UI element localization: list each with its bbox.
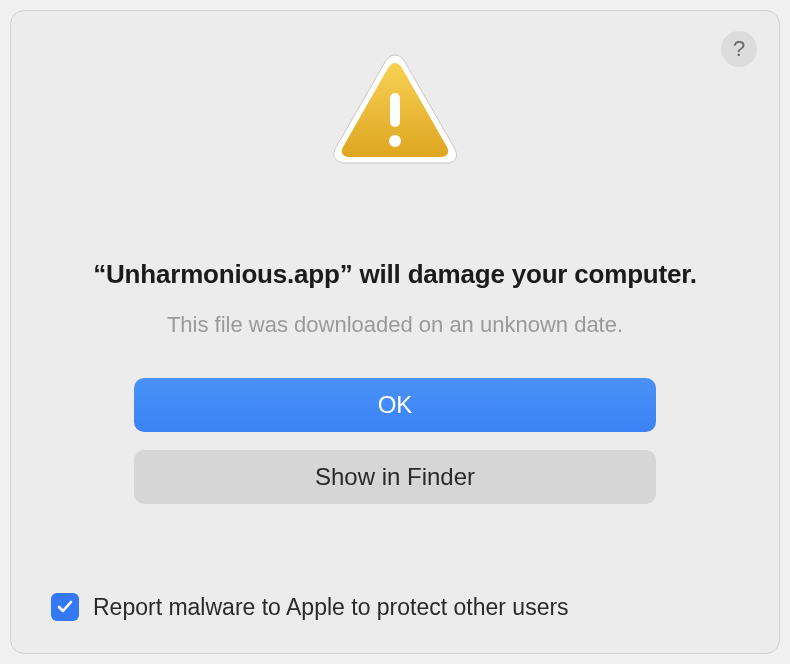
help-button[interactable]: ? [721, 31, 757, 67]
dialog-heading: “Unharmonious.app” will damage your comp… [93, 259, 697, 290]
report-malware-checkbox[interactable] [51, 593, 79, 621]
warning-icon [330, 51, 460, 169]
alert-dialog: ? “Unharmonious.app” will damage your co… [10, 10, 780, 654]
dialog-subtext: This file was downloaded on an unknown d… [167, 312, 623, 338]
svg-point-1 [389, 135, 401, 147]
help-icon: ? [733, 36, 745, 62]
show-in-finder-button[interactable]: Show in Finder [134, 450, 656, 504]
report-malware-label: Report malware to Apple to protect other… [93, 594, 569, 621]
report-malware-row: Report malware to Apple to protect other… [51, 593, 569, 621]
ok-button[interactable]: OK [134, 378, 656, 432]
checkmark-icon [56, 598, 74, 616]
svg-rect-0 [390, 93, 400, 127]
